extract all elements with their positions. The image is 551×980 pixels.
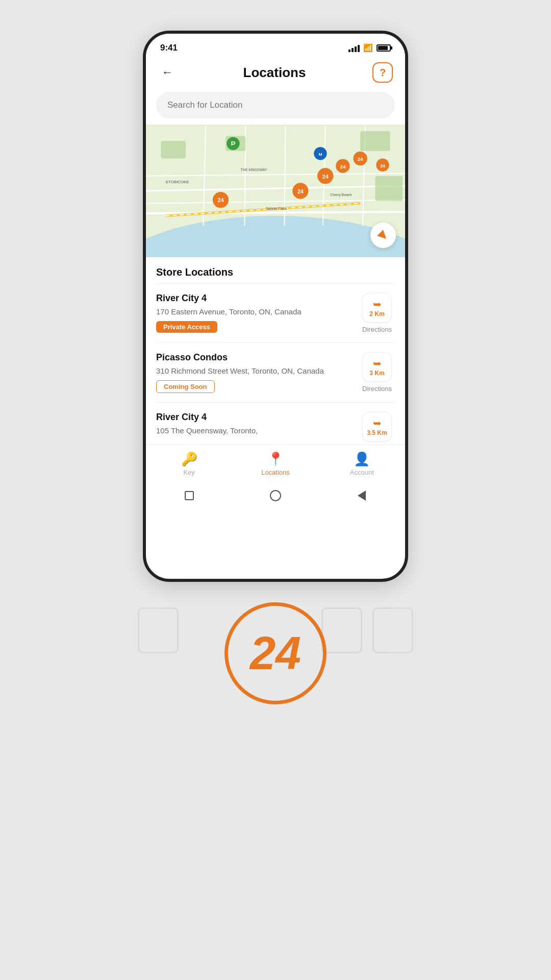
back-button[interactable]: ← <box>158 63 177 82</box>
svg-rect-15 <box>360 131 390 151</box>
store-name-2: Picasso Condos <box>156 352 353 363</box>
svg-text:ETOBICOKE: ETOBICOKE <box>166 180 189 184</box>
sys-circle-icon <box>270 490 281 501</box>
direction-label-1: Directions <box>362 326 392 333</box>
map-svg: 24 24 24 24 <box>146 125 405 257</box>
svg-rect-13 <box>161 141 186 158</box>
svg-text:24: 24 <box>322 174 329 180</box>
store-address-3: 105 The Queensway, Toronto, <box>156 425 353 436</box>
locations-icon: 📍 <box>267 451 284 467</box>
nav-item-account[interactable]: 👤 Account <box>319 451 405 476</box>
account-icon: 👤 <box>354 451 370 467</box>
nav-item-key[interactable]: 🔑 Key <box>146 451 232 476</box>
svg-text:24: 24 <box>218 197 224 203</box>
store-address-2: 310 Richmond Street West, Toronto, ON, C… <box>156 365 353 376</box>
barrel-right <box>321 607 362 653</box>
store-list-title: Store Locations <box>156 257 395 283</box>
direction-icon-box-3[interactable]: ➥ 3.5 Km <box>362 412 392 442</box>
status-icons: 📶 <box>348 43 391 53</box>
sys-back-button[interactable] <box>354 487 370 504</box>
location-arrow-icon: ▶ <box>375 228 391 243</box>
direction-arrow-icon-2: ➥ <box>373 357 382 370</box>
store-info-2: Picasso Condos 310 Richmond Street West,… <box>156 352 353 393</box>
direction-label-2: Directions <box>362 385 392 393</box>
sys-home-button[interactable] <box>267 487 284 504</box>
location-button[interactable]: ▶ <box>370 223 396 248</box>
nav-label-key: Key <box>183 469 194 476</box>
status-bar: 9:41 📶 <box>146 34 405 57</box>
bottom-nav: 🔑 Key 📍 Locations 👤 Account <box>146 445 405 481</box>
direction-arrow-icon-1: ➥ <box>373 298 382 310</box>
nav-item-locations[interactable]: 📍 Locations <box>232 451 318 476</box>
store-badge-1: Private Access <box>156 321 217 333</box>
bottom-decoration: 24 <box>0 602 551 704</box>
store-badge-2: Coming Soon <box>156 380 215 393</box>
direction-group-2[interactable]: ➥ 3 Km Directions <box>359 352 395 393</box>
store-info-3: River City 4 105 The Queensway, Toronto, <box>156 412 353 440</box>
system-nav <box>146 481 405 514</box>
sys-square-button[interactable] <box>181 487 197 504</box>
status-time: 9:41 <box>160 43 178 53</box>
svg-text:Cherry Beach: Cherry Beach <box>330 193 352 197</box>
sys-triangle-icon <box>358 491 366 501</box>
nav-label-locations: Locations <box>261 469 290 476</box>
wifi-icon: 📶 <box>363 43 373 53</box>
logo-text: 24 <box>250 627 301 680</box>
direction-km-2: 3 Km <box>369 370 384 377</box>
store-item-3: River City 4 105 The Queensway, Toronto,… <box>156 402 395 445</box>
store-name-1: River City 4 <box>156 293 353 304</box>
search-input[interactable] <box>156 92 395 118</box>
store-address-1: 170 Eastern Avenue, Toronto, ON, Canada <box>156 306 353 317</box>
header: ← Locations ? <box>146 57 405 90</box>
store-list: Store Locations River City 4 170 Eastern… <box>146 257 405 445</box>
svg-text:24: 24 <box>297 188 304 194</box>
signal-icon <box>348 44 360 52</box>
battery-icon <box>377 44 391 52</box>
svg-text:THE KINGSWAY: THE KINGSWAY <box>241 168 267 172</box>
direction-km-1: 2 Km <box>369 310 384 317</box>
store-name-3: River City 4 <box>156 412 353 423</box>
barrel-left <box>138 607 179 653</box>
map-area: 24 24 24 24 <box>146 125 405 257</box>
direction-arrow-icon-3: ➥ <box>373 417 382 429</box>
direction-icon-box-1[interactable]: ➥ 2 Km <box>362 293 392 323</box>
barrel-far-right <box>372 607 413 653</box>
back-arrow-icon: ← <box>162 66 173 79</box>
search-bar-wrap <box>146 90 405 125</box>
help-icon: ? <box>380 67 386 79</box>
svg-text:Ontario Place: Ontario Place <box>265 207 287 210</box>
direction-icon-box-2[interactable]: ➥ 3 Km <box>362 352 392 382</box>
direction-group-1[interactable]: ➥ 2 Km Directions <box>359 293 395 333</box>
key-icon: 🔑 <box>181 451 197 467</box>
store-item-1: River City 4 170 Eastern Avenue, Toronto… <box>156 283 395 342</box>
help-button[interactable]: ? <box>372 62 393 83</box>
direction-km-3: 3.5 Km <box>367 429 387 436</box>
direction-group-3[interactable]: ➥ 3.5 Km <box>359 412 395 442</box>
nav-label-account: Account <box>350 469 374 476</box>
phone-frame: 9:41 📶 ← Locations ? <box>143 31 408 582</box>
store-item-2: Picasso Condos 310 Richmond Street West,… <box>156 342 395 402</box>
store-info-1: River City 4 170 Eastern Avenue, Toronto… <box>156 293 353 333</box>
sys-square-icon <box>185 491 194 500</box>
page-title: Locations <box>243 65 306 81</box>
logo-circle: 24 <box>224 602 327 704</box>
svg-rect-16 <box>375 176 403 201</box>
